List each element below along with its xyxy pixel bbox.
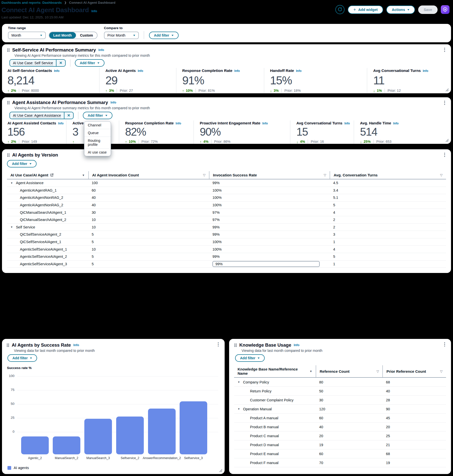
add-widget-button[interactable]: + Add widget <box>348 5 383 14</box>
drag-handle-icon[interactable] <box>7 101 10 105</box>
time-range-label: Time range <box>8 26 98 30</box>
add-filter-button[interactable]: Add filter ▼ <box>235 354 265 362</box>
cell-reference-count: 80 <box>316 380 382 384</box>
widget-info-link[interactable]: Info <box>110 101 116 104</box>
column-header-prior-reference-count[interactable]: Prior Reference Count▽ <box>382 365 446 377</box>
widget-subtitle: Viewing AI Agent Performance summary met… <box>14 53 446 57</box>
expand-caret-icon[interactable]: ▼ <box>238 381 240 383</box>
cell-reference-count: 70 <box>316 461 382 465</box>
legend-item[interactable]: AI agents <box>7 466 220 470</box>
widget-subtitle: Viewing AI Agent Performance summary met… <box>14 106 446 110</box>
resize-handle-icon[interactable] <box>446 139 449 142</box>
metric-value: 82% <box>125 126 192 138</box>
add-filter-button[interactable]: Add filter ▼ <box>7 354 37 362</box>
widget-title: AI Agents by Success Rate <box>12 342 71 348</box>
bar-manualsearch_3 <box>84 419 112 454</box>
caret-down-icon: ▼ <box>105 114 108 117</box>
menu-item-channel[interactable]: Channel <box>84 121 111 129</box>
widget-kebab-menu-button[interactable]: ⋮ <box>442 47 447 52</box>
add-filter-button[interactable]: Add filter ▼ <box>75 59 104 67</box>
widget-kebab-menu-button[interactable]: ⋮ <box>442 342 447 347</box>
time-range-select[interactable]: Month ▼ <box>8 32 46 39</box>
divider <box>281 89 282 93</box>
resize-handle-icon[interactable] <box>219 469 222 472</box>
breadcrumb-root-link[interactable]: Dashboards and reports: Dashboards <box>1 1 62 4</box>
drag-handle-icon[interactable] <box>7 153 10 157</box>
metric-info-link[interactable]: Info <box>176 122 181 125</box>
add-filter-button[interactable]: Add filter ▼ <box>7 160 37 167</box>
legend-label: AI agents <box>14 466 29 470</box>
column-header-label: Invocation Success Rate <box>213 173 257 177</box>
metric-info-link[interactable]: Info <box>262 122 268 125</box>
save-button[interactable]: Save <box>418 5 438 14</box>
compare-to-select[interactable]: Prior Month ▼ <box>104 32 139 39</box>
widget-info-link[interactable]: Info <box>294 343 300 347</box>
metric-info-link[interactable]: Info <box>423 69 428 73</box>
global-add-filter-button[interactable]: Add filter ▼ <box>149 32 179 39</box>
add-filter-button[interactable]: Add filter ▼ <box>83 112 112 119</box>
row-name: Operation Manual <box>243 407 272 411</box>
menu-item-ai-use-case[interactable]: AI use case <box>84 148 111 156</box>
menu-item-routing-profile[interactable]: Routing profile <box>84 137 111 148</box>
cell-avg-turns: 4 <box>330 247 446 251</box>
column-header-ai-use-case-ai-agent[interactable]: AI Use Case/AI Agent▼ <box>7 171 88 179</box>
actions-button[interactable]: Actions ▼ <box>386 5 415 14</box>
caret-down-icon: ▼ <box>40 34 43 37</box>
expand-caret-icon[interactable]: ▼ <box>10 226 13 228</box>
cell-success-rate: 99% <box>209 261 330 267</box>
metric-proactive-intent-engagement-rate: Proactive Intent Engagement RateInfo90%↑… <box>194 120 290 144</box>
metric-info-link[interactable]: Info <box>393 122 399 125</box>
remove-filter-button[interactable]: ✕ <box>56 60 65 66</box>
divider <box>211 140 211 144</box>
divider <box>385 89 385 93</box>
menu-item-queue[interactable]: Queue <box>84 129 111 137</box>
cell-name: Product E manual <box>234 452 316 456</box>
column-header-avg-conversation-turns[interactable]: Avg. Conversation Turns▽ <box>330 171 446 179</box>
metric-prior: Prior: 653 <box>376 140 392 144</box>
metric-info-link[interactable]: Info <box>234 69 240 73</box>
metric-value: 15% <box>270 75 365 86</box>
app-badge-icon[interactable] <box>441 5 450 14</box>
metric-delta: ↑2%Prior: 149 <box>7 140 64 144</box>
metric-change: 1% <box>377 89 382 93</box>
widget-kebab-menu-button[interactable]: ⋮ <box>216 342 221 347</box>
metric-info-link[interactable]: Info <box>138 69 143 73</box>
metric-info-link[interactable]: Info <box>58 122 64 125</box>
column-header-ai-agent-invocation-count[interactable]: AI Agent Invocation Count▽ <box>88 171 209 179</box>
metric-info-link[interactable]: Info <box>296 69 302 73</box>
widget-info-link[interactable]: Info <box>73 343 79 347</box>
segment-custom[interactable]: Custom <box>76 32 97 39</box>
row-name: QiCManualSearchAIAgent_1 <box>20 211 66 214</box>
metric-info-link[interactable]: Info <box>344 122 350 125</box>
add-filter-label: Add filter <box>12 162 27 166</box>
metric-value: 29 <box>105 75 174 86</box>
cell-name: Product C manual <box>234 434 316 438</box>
drag-handle-icon[interactable] <box>234 343 237 347</box>
add-filter-label: Add filter <box>154 33 169 37</box>
add-widget-label: Add widget <box>358 8 378 12</box>
metric-handoff-rate: Handoff RateInfo15%↓3%Prior: 18% <box>264 68 367 93</box>
widget-kebab-menu-button[interactable]: ⋮ <box>442 152 447 157</box>
column-header-invocation-success-rate[interactable]: Invocation Success Rate▽ <box>209 171 330 179</box>
segment-last-month[interactable]: Last Month <box>49 32 76 39</box>
metric-info-link[interactable]: Info <box>54 69 59 73</box>
filter-token[interactable]: AI Use Case: Agent Assistance ✕ <box>9 112 74 119</box>
column-header-label: Avg. Conversation Turns <box>334 173 378 177</box>
resize-handle-icon[interactable] <box>446 88 449 92</box>
page-title-info-link[interactable]: Info <box>91 9 97 13</box>
refresh-button[interactable] <box>335 5 345 14</box>
widget-info-link[interactable]: Info <box>99 48 104 52</box>
cell-avg-turns: 2 <box>330 225 446 229</box>
row-name: AgenticAIAgentNonRAG_2 <box>20 203 63 207</box>
widget-kebab-menu-button[interactable]: ⋮ <box>442 100 447 105</box>
refresh-icon <box>338 7 342 12</box>
filter-token[interactable]: AI Use Case: Self Service ✕ <box>9 59 66 67</box>
column-header-reference-count[interactable]: Reference Count▽ <box>316 365 382 377</box>
column-header-knowledge-base-name-reference-name[interactable]: Knowledge Base Name/Reference Name▼ <box>234 365 316 377</box>
drag-handle-icon[interactable] <box>7 48 10 52</box>
dashboard-filter-bar: Time range Month ▼ Last Month Custom Com… <box>2 24 451 42</box>
expand-caret-icon[interactable]: ▼ <box>10 182 13 184</box>
drag-handle-icon[interactable] <box>6 343 9 347</box>
expand-caret-icon[interactable]: ▼ <box>238 408 240 410</box>
remove-filter-button[interactable]: ✕ <box>64 112 73 119</box>
